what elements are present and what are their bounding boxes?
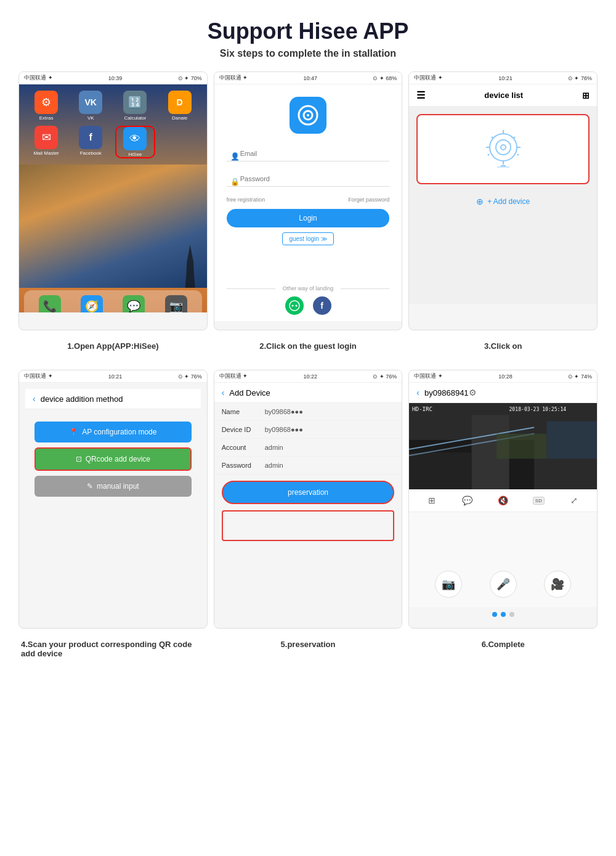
- step3-phone: 中国联通 ✦ 10:21 ⊙ ✦ 76% ☰ device list ⊞: [408, 71, 598, 330]
- qr-add-button[interactable]: ⊡ QRcode add device: [34, 447, 192, 471]
- step5-header-title: Add Device: [229, 388, 270, 397]
- top-screenshots-row: 中国联通 ✦ 10:39 ⊙ ✦ 70% ⚙ Extras VK VK 🔢 Ca…: [18, 71, 598, 330]
- login-button[interactable]: Login: [227, 209, 390, 227]
- app-danale[interactable]: D Danale: [160, 91, 200, 121]
- page-subtitle: Six steps to complete the in stallation: [18, 48, 598, 59]
- add-device-button[interactable]: ⊕ + Add device: [409, 192, 597, 211]
- svg-point-18: [517, 154, 519, 156]
- dot-3: [509, 612, 514, 617]
- app-hisee-label: HiSee: [129, 152, 142, 157]
- dock-messages[interactable]: 💬: [123, 295, 145, 312]
- svg-point-6: [490, 134, 517, 161]
- camera-placeholder-icon: [479, 128, 528, 171]
- svg-text:2018-03-23  10:25:14: 2018-03-23 10:25:14: [509, 406, 567, 412]
- mic-button[interactable]: 🎤: [490, 571, 517, 598]
- dock-phone[interactable]: 📞: [39, 295, 61, 312]
- app-facebook[interactable]: f Facebook: [71, 126, 110, 158]
- back-arrow-icon[interactable]: ‹: [33, 394, 36, 404]
- forget-link[interactable]: Forget password: [348, 197, 389, 203]
- camera-toolbar: ⊞ 💬 🔇 SD ⤢: [409, 489, 597, 512]
- facebook-login-icon[interactable]: f: [313, 296, 331, 315]
- step2-status-bar: 中国联通 ✦ 10:47 ⊙ ✦ 68%: [214, 72, 402, 84]
- step3-status-bar: 中国联通 ✦ 10:21 ⊙ ✦ 76%: [409, 72, 597, 84]
- form-value-deviceid: by09868●●●: [265, 426, 395, 433]
- step6-carrier: 中国联通 ✦: [414, 372, 443, 380]
- svg-point-7: [496, 140, 511, 155]
- form-value-name: by09868●●●: [265, 408, 395, 415]
- step1-homescreen: ⚙ Extras VK VK 🔢 Calculator D Danale ✉: [19, 84, 207, 312]
- step5-header: ‹ Add Device: [214, 383, 402, 403]
- wallpaper: [19, 165, 207, 288]
- step6-back-arrow[interactable]: ‹: [416, 388, 419, 397]
- preservation-button[interactable]: preservation: [222, 481, 395, 504]
- form-label-account: Account: [222, 444, 265, 451]
- email-input[interactable]: [227, 146, 390, 161]
- form-row-name: Name by09868●●●: [214, 403, 402, 421]
- app-grid: ⚙ Extras VK VK 🔢 Calculator D Danale ✉: [19, 84, 207, 165]
- app-vk[interactable]: VK VK: [71, 91, 110, 121]
- step1-status-bar: 中国联通 ✦ 10:39 ⊙ ✦ 70%: [19, 72, 207, 84]
- step4-caption: 4.Scan your product corresponding QR cod…: [18, 636, 208, 662]
- grid-icon[interactable]: ⊞: [424, 493, 439, 508]
- app-calculator[interactable]: 🔢 Calculator: [115, 91, 155, 121]
- step5-carrier: 中国联通 ✦: [219, 372, 248, 380]
- app-mailmaster[interactable]: ✉ Mail Master: [26, 126, 66, 158]
- step3-carrier: 中国联通 ✦: [414, 74, 443, 82]
- svg-point-8: [501, 145, 506, 150]
- ap-config-button[interactable]: 📍 AP configuration mode: [34, 422, 192, 442]
- wechat-login-icon[interactable]: [285, 296, 304, 315]
- video-button[interactable]: 🎥: [544, 571, 571, 598]
- step6-empty-area: [409, 512, 597, 561]
- bottom-screenshots-row: 中国联通 ✦ 10:21 ⊙ ✦ 76% ‹ device addition m…: [18, 370, 598, 629]
- step4-carrier: 中国联通 ✦: [24, 372, 53, 380]
- settings-icon[interactable]: ⚙: [469, 388, 477, 397]
- password-input[interactable]: [227, 171, 390, 187]
- manual-input-button[interactable]: ✎ manual input: [34, 476, 192, 497]
- person-silhouette: [185, 245, 196, 288]
- step1-battery: ⊙ ✦ 70%: [178, 75, 202, 81]
- step2-caption: 2.Click on the guest login: [214, 338, 403, 354]
- svg-rect-26: [547, 421, 597, 459]
- device-list-header: ☰ device list ⊞: [409, 84, 597, 107]
- app-hisee[interactable]: 👁 HiSee: [115, 126, 155, 158]
- form-row-deviceid: Device ID by09868●●●: [214, 421, 402, 439]
- mute-icon[interactable]: 🔇: [496, 493, 511, 508]
- dot-2: [501, 612, 506, 617]
- app-extras[interactable]: ⚙ Extras: [26, 91, 66, 121]
- step4-status-bar: 中国联通 ✦ 10:21 ⊙ ✦ 76%: [19, 370, 207, 383]
- dot-1: [492, 612, 497, 617]
- form-row-account: Account admin: [214, 439, 402, 457]
- location-icon: 📍: [69, 428, 78, 436]
- dock-safari[interactable]: 🧭: [81, 295, 103, 312]
- svg-rect-25: [497, 434, 547, 459]
- form-value-password: admin: [265, 462, 395, 469]
- step6-time: 10:28: [498, 373, 513, 380]
- app-empty: [160, 126, 200, 158]
- step5-status-bar: 中国联通 ✦ 10:22 ⊙ ✦ 76%: [214, 370, 402, 383]
- step5-battery: ⊙ ✦ 76%: [373, 373, 397, 380]
- social-login-icons: f: [285, 296, 331, 315]
- dock: 📞 🧭 💬 📷: [24, 290, 202, 312]
- login-links: free registration Forget password: [227, 197, 390, 203]
- guest-login-button[interactable]: guest login ≫: [282, 232, 333, 245]
- step6-phone: 中国联通 ✦ 10:28 ⊙ ✦ 74% ‹ by09868941 ⚙: [408, 370, 598, 629]
- dock-camera[interactable]: 📷: [165, 295, 187, 312]
- step5-time: 10:22: [303, 373, 317, 380]
- step4-screen: ‹ device addition method 📍 AP configurat…: [19, 383, 207, 520]
- step2-loginscreen: 👤 🔒 free registration Forget password Lo…: [214, 84, 402, 321]
- device-card: [416, 114, 590, 184]
- camera-live-view: HD-IRC 2018-03-23 10:25:14: [409, 403, 597, 489]
- app-facebook-label: Facebook: [80, 150, 102, 156]
- chat-icon[interactable]: 💬: [460, 493, 475, 508]
- step6-caption: 6.Complete: [408, 636, 598, 662]
- step6-device-name: by09868941: [424, 388, 469, 397]
- svg-point-4: [291, 305, 293, 307]
- register-link[interactable]: free registration: [227, 197, 265, 203]
- form-label-deviceid: Device ID: [222, 426, 265, 433]
- step1-phone: 中国联通 ✦ 10:39 ⊙ ✦ 70% ⚙ Extras VK VK 🔢 Ca…: [18, 71, 208, 330]
- snapshot-button[interactable]: 📷: [435, 571, 462, 598]
- svg-point-5: [295, 305, 297, 307]
- fullscreen-icon[interactable]: ⤢: [567, 493, 582, 508]
- step3-devicelist: ☰ device list ⊞: [409, 84, 597, 304]
- step5-back-arrow[interactable]: ‹: [222, 388, 225, 397]
